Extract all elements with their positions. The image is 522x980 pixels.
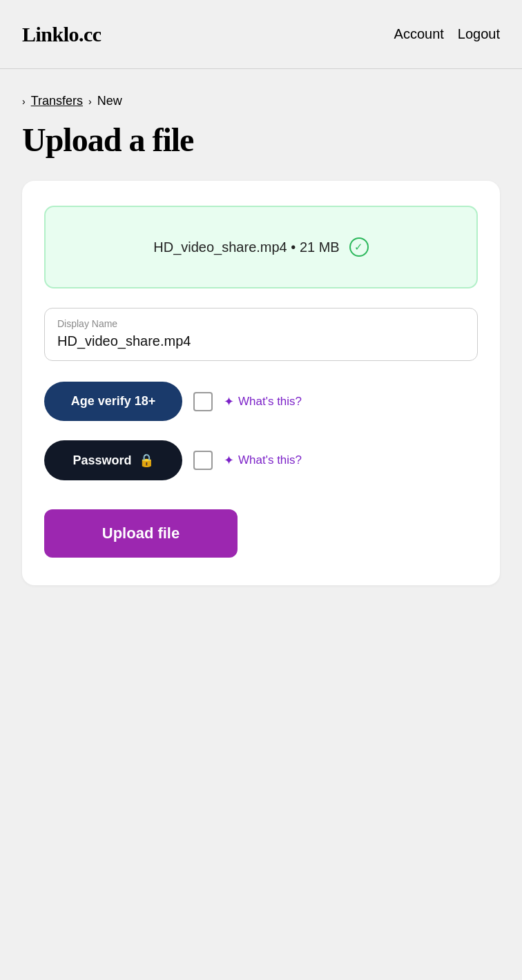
display-name-label: Display Name xyxy=(57,318,465,329)
display-name-field[interactable]: Display Name xyxy=(44,308,478,361)
header: Linklo.cc Account Logout xyxy=(0,0,522,69)
upload-card: HD_video_share.mp4 • 21 MB ✓ Display Nam… xyxy=(22,181,500,585)
password-row: Password 🔒 ✦ What's this? xyxy=(44,440,478,480)
sparkle-icon-2: ✦ xyxy=(224,453,234,468)
age-verify-checkbox[interactable] xyxy=(193,392,213,411)
breadcrumb: › Transfers › New xyxy=(22,94,500,108)
breadcrumb-current: New xyxy=(97,94,122,108)
logout-link[interactable]: Logout xyxy=(458,26,500,42)
file-name: HD_video_share.mp4 • 21 MB xyxy=(153,239,339,255)
password-button[interactable]: Password 🔒 xyxy=(44,440,182,480)
display-name-input[interactable] xyxy=(57,333,465,349)
breadcrumb-transfers-link[interactable]: Transfers xyxy=(31,94,83,108)
account-link[interactable]: Account xyxy=(394,26,444,42)
breadcrumb-chevron-1: › xyxy=(22,96,26,107)
upload-file-button[interactable]: Upload file xyxy=(44,509,238,558)
sparkle-icon-1: ✦ xyxy=(224,394,234,409)
age-verify-row: Age verify 18+ ✦ What's this? xyxy=(44,382,478,421)
age-verify-whats-this[interactable]: ✦ What's this? xyxy=(224,394,302,409)
page-title: Upload a file xyxy=(22,121,500,159)
breadcrumb-chevron-2: › xyxy=(88,96,92,107)
upload-button-container: Upload file xyxy=(44,500,478,558)
file-upload-box[interactable]: HD_video_share.mp4 • 21 MB ✓ xyxy=(44,206,478,288)
password-checkbox[interactable] xyxy=(193,451,213,470)
lock-icon: 🔒 xyxy=(139,453,154,468)
main-content: › Transfers › New Upload a file HD_video… xyxy=(0,69,522,627)
header-nav: Account Logout xyxy=(394,26,500,42)
file-info: HD_video_share.mp4 • 21 MB ✓ xyxy=(153,237,368,257)
password-whats-this[interactable]: ✦ What's this? xyxy=(224,453,302,468)
logo: Linklo.cc xyxy=(22,23,102,46)
age-verify-button[interactable]: Age verify 18+ xyxy=(44,382,182,421)
check-circle-icon: ✓ xyxy=(349,237,369,257)
